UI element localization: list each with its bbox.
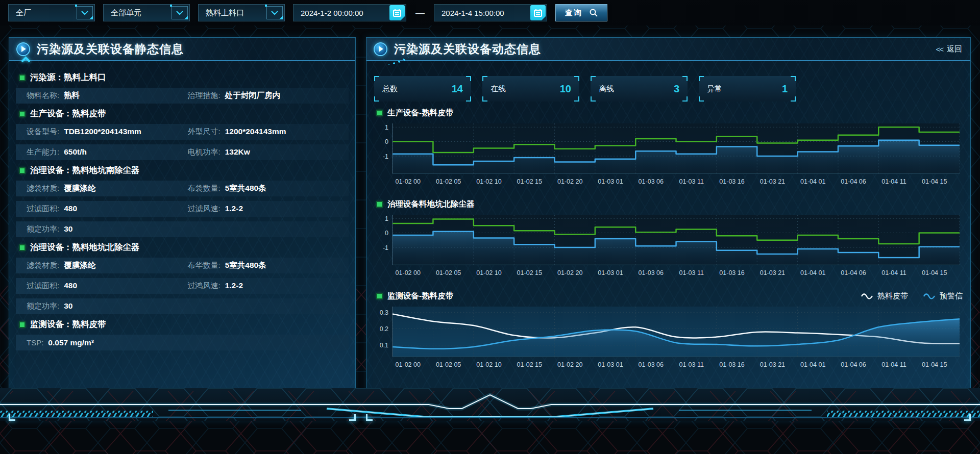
field-value: TDB1200*204143mm (64, 127, 141, 136)
info-cell: 物料名称:熟料 (27, 90, 188, 101)
play-icon (374, 42, 387, 56)
corner-bracket (574, 76, 579, 81)
info-cell: 电机功率:132Kw (188, 147, 349, 157)
y-tick-label: -1 (383, 153, 388, 160)
chart-title-row: 治理设备料地坑北除尘器 (377, 199, 963, 210)
field-value: 处于封闭厂房内 (225, 90, 281, 101)
legend-item[interactable]: 预警信 (923, 291, 963, 301)
x-tick-label: 01-02 10 (476, 178, 501, 185)
info-cell: 过滤风速:1.2-2 (188, 204, 349, 214)
x-tick-label: 01-03 01 (598, 361, 623, 368)
stat-label: 总数 (382, 84, 398, 94)
search-icon (590, 9, 598, 17)
info-row: 物料名称:熟料治理措施:处于封闭厂房内 (16, 88, 349, 104)
source-select[interactable]: 熟料上料口 (198, 4, 285, 21)
green-square-icon (20, 168, 24, 173)
chart-plot: 0.30.20.101-02 0001-02 0501-02 1001-02 1… (374, 305, 963, 370)
stat-value: 3 (674, 83, 679, 95)
stat-label: 在线 (491, 84, 506, 94)
back-link-label: 返回 (947, 44, 962, 54)
corner-bracket (791, 76, 796, 81)
x-tick-label: 01-02 05 (436, 361, 461, 368)
section-title: 监测设备：熟料皮带 (20, 319, 349, 330)
field-label: 电机功率: (188, 147, 220, 157)
green-square-icon (20, 245, 24, 250)
x-tick-label: 01-02 00 (396, 270, 421, 277)
wavy-line-icon (861, 292, 873, 299)
x-tick-label: 01-03 21 (760, 178, 785, 185)
chevron-down-icon[interactable] (172, 6, 188, 19)
x-tick-label: 01-02 20 (557, 270, 582, 277)
info-row: 设备型号:TDB1200*204143mm外型尺寸:1200*204143mm (16, 124, 349, 140)
source-select-value: 熟料上料口 (199, 8, 266, 18)
stat-card: 总数14 (374, 76, 471, 102)
field-label: 设备型号: (27, 127, 59, 137)
info-row: 过滤面积:480过滤风速:1.2-2 (16, 201, 349, 217)
x-tick-label: 01-03 11 (679, 178, 704, 185)
info-row: 额定功率:30 (16, 298, 349, 314)
legend-label: 预警信 (940, 291, 963, 301)
info-cell: 治理措施:处于封闭厂房内 (188, 90, 349, 101)
field-value: 650t/h (64, 147, 87, 157)
stat-label: 异常 (707, 84, 722, 94)
x-tick-label: 01-02 10 (476, 361, 501, 368)
info-cell: 滤袋材质:覆膜涤纶 (27, 183, 188, 194)
info-row: TSP:0.057 mg/m³ (16, 335, 349, 350)
field-value: 30 (64, 224, 72, 234)
stat-value: 1 (782, 83, 788, 95)
field-value: 5室共480条 (225, 260, 266, 271)
field-value: 480 (64, 204, 77, 213)
legend-item[interactable]: 熟料皮带 (861, 291, 908, 301)
field-label: 额定功率: (27, 301, 59, 311)
field-value: 480 (64, 281, 77, 290)
green-square-icon (377, 294, 382, 298)
search-button[interactable]: 查询 (555, 4, 607, 21)
x-tick-label: 01-03 11 (679, 270, 704, 277)
range-separator: — (415, 8, 425, 18)
field-label: 额定功率: (27, 224, 59, 234)
date-to-value: 2024-1-4 15:00:00 (434, 9, 530, 17)
info-cell: 设备型号:TDB1200*204143mm (27, 127, 188, 137)
x-tick-label: 01-03 11 (679, 361, 704, 368)
chevron-down-icon[interactable] (77, 6, 93, 19)
x-tick-label: 01-02 05 (436, 178, 461, 185)
calendar-icon[interactable] (530, 5, 546, 20)
field-value: 0.057 mg/m³ (48, 338, 94, 347)
play-icon (16, 42, 30, 56)
section-title-label: 监测设备：熟料皮带 (30, 319, 106, 330)
back-link[interactable]: << 返回 (936, 44, 962, 54)
unit-select-value: 全部单元 (104, 8, 172, 18)
x-tick-label: 01-03 01 (598, 270, 623, 277)
plant-select-value: 全厂 (9, 8, 77, 18)
static-panel-header: 污染源及关联设备静态信息 (9, 38, 355, 61)
plant-select[interactable]: 全厂 (8, 4, 95, 21)
section-title: 治理设备：熟料地坑北除尘器 (20, 242, 349, 253)
date-to-input[interactable]: 2024-1-4 15:00:00 (434, 4, 547, 21)
field-label: TSP: (27, 338, 43, 347)
field-value: 覆膜涤纶 (64, 260, 95, 271)
corner-bracket (482, 96, 487, 102)
x-tick-label: 01-04 06 (841, 270, 866, 277)
field-value: 1.2-2 (225, 204, 243, 213)
x-tick-label: 01-03 21 (760, 270, 785, 277)
x-tick-label: 01-02 10 (476, 270, 501, 277)
info-cell: 布袋数量:5室共480条 (188, 183, 349, 194)
field-label: 过滤面积: (27, 204, 59, 214)
info-cell: 布华数量:5室共480条 (188, 260, 349, 271)
x-tick-label: 01-04 06 (841, 361, 866, 368)
stat-card: 离线3 (591, 76, 688, 102)
x-tick-label: 01-04 15 (922, 178, 947, 185)
unit-select[interactable]: 全部单元 (103, 4, 190, 21)
x-tick-label: 01-03 06 (639, 270, 664, 277)
calendar-icon[interactable] (389, 5, 405, 20)
y-tick-label: 1 (385, 215, 388, 222)
date-from-input[interactable]: 2024-1-2 00:00:00 (293, 4, 406, 21)
chart-plot: 10-101-02 0001-02 0501-02 1001-02 1501-0… (374, 121, 963, 187)
corner-bracket (482, 76, 487, 81)
x-tick-label: 01-03 06 (639, 361, 664, 368)
chevron-down-icon[interactable] (266, 6, 283, 19)
chart-plot: 10-101-02 0001-02 0501-02 1001-02 1501-0… (374, 213, 963, 278)
x-tick-label: 01-03 06 (639, 178, 664, 185)
x-tick-label: 01-04 11 (881, 270, 906, 277)
section-title-label: 治理设备：熟料地坑南除尘器 (30, 165, 140, 176)
